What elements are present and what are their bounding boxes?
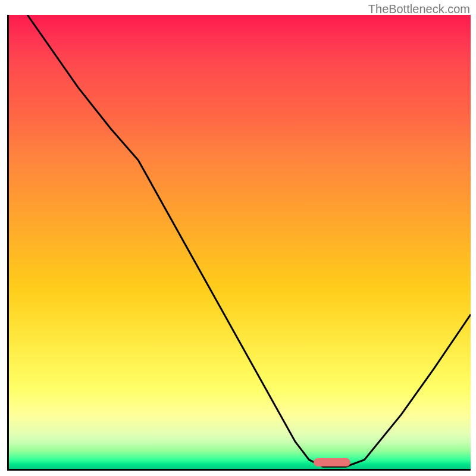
optimal-range-marker — [314, 458, 350, 466]
bottleneck-curve — [9, 15, 471, 469]
chart-plot-area — [7, 15, 471, 471]
watermark-text: TheBottleneck.com — [368, 2, 470, 16]
